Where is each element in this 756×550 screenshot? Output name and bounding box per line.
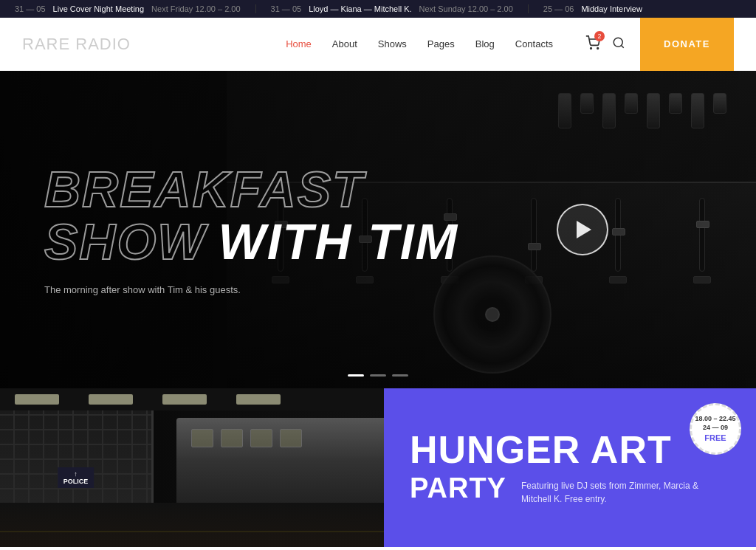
bottom-section: ↑ POLICE 18.00 – 22.45	[0, 388, 756, 547]
dot-2[interactable]	[370, 374, 386, 377]
svg-point-1	[597, 47, 599, 49]
svg-point-2	[614, 38, 622, 47]
event-free-label: FREE	[704, 433, 726, 443]
event-time-badge: 18.00 – 22.45 24 — 09 FREE	[690, 403, 741, 455]
hero-title-with-tim: WITH TIM	[219, 214, 459, 269]
ticker-date-1: 31 — 05	[15, 4, 46, 13]
subway-train	[176, 418, 384, 503]
train-window-4	[280, 429, 302, 447]
police-sign: ↑ POLICE	[58, 467, 94, 488]
search-svg	[612, 36, 625, 49]
event-date: 24 — 09	[703, 424, 728, 433]
logo-bold: RARE	[22, 35, 70, 53]
wall-right	[154, 410, 384, 503]
subway-light-1	[15, 394, 59, 405]
subway-light-4	[236, 394, 281, 405]
subway-lights	[0, 388, 384, 410]
ticker-date-2: 31 — 05	[271, 4, 302, 13]
cart-icon-wrap[interactable]: 2	[585, 35, 600, 53]
hero-title-show-outline: SHOW	[44, 216, 207, 267]
event-title-large: HUNGER ART	[410, 430, 734, 469]
event-title-medium: PARTY	[410, 473, 506, 504]
subway-ceiling	[0, 388, 384, 410]
event-card: 18.00 – 22.45 24 — 09 FREE HUNGER ART PA…	[384, 388, 756, 547]
subway-walls: ↑ POLICE	[0, 410, 384, 503]
train-windows	[191, 429, 302, 447]
nav-icons: 2	[585, 35, 625, 53]
hero-title-outline: BREAKFAST	[44, 164, 458, 214]
event-time: 18.00 – 22.45	[695, 415, 735, 424]
subway-image: ↑ POLICE	[0, 388, 384, 547]
subway-floor	[0, 503, 384, 547]
hero-title-line2: SHOW WITH TIM	[44, 214, 458, 269]
nav-contacts[interactable]: Contacts	[515, 38, 553, 49]
ticker-text-3: Midday Interview	[581, 4, 642, 13]
ticker-items: 31 — 05 Live Cover Night Meeting Next Fr…	[0, 4, 756, 13]
play-icon	[577, 221, 591, 238]
ticker-time-2: Next Sunday 12.00 – 2.00	[419, 4, 513, 13]
nav-blog[interactable]: Blog	[475, 38, 495, 49]
ticker-item-3: 25 — 06 Midday Interview	[529, 4, 756, 13]
train-window-2	[221, 429, 243, 447]
police-arrow: ↑	[63, 470, 89, 478]
floor-line	[0, 531, 384, 532]
ticker-text-1: Live Cover Night Meeting	[53, 4, 145, 13]
search-icon[interactable]	[612, 36, 625, 52]
hero-section: BREAKFAST SHOW WITH TIM The morning afte…	[0, 71, 756, 388]
event-description: Featuring live DJ sets from Zimmer, Marc…	[521, 479, 713, 506]
site-logo[interactable]: RARE RADIO	[22, 35, 131, 54]
ticker-time-1: Next Friday 12.00 – 2.00	[151, 4, 240, 13]
slider-dots	[348, 374, 408, 377]
cart-badge: 2	[594, 31, 605, 41]
dot-1[interactable]	[348, 374, 364, 377]
train-window-3	[250, 429, 272, 447]
nav-about[interactable]: About	[332, 38, 357, 49]
subway-light-2	[89, 394, 133, 405]
nav-pages[interactable]: Pages	[427, 38, 455, 49]
event-bottom-row: PARTY Featuring live DJ sets from Zimmer…	[410, 472, 734, 506]
donate-button[interactable]: DONATE	[640, 18, 734, 71]
dot-3[interactable]	[392, 374, 408, 377]
logo-light: RADIO	[75, 35, 131, 53]
hero-content: BREAKFAST SHOW WITH TIM The morning afte…	[44, 164, 458, 295]
ticker-date-3: 25 — 06	[543, 4, 574, 13]
ticker-item-2: 31 — 05 Lloyd — Kiana — Mitchell K. Next…	[256, 4, 529, 13]
nav-home[interactable]: Home	[286, 38, 312, 49]
police-sign-text: POLICE	[63, 478, 89, 485]
ticker-item-1: 31 — 05 Live Cover Night Meeting Next Fr…	[0, 4, 256, 13]
train-window-1	[191, 429, 213, 447]
main-nav: Home About Shows Pages Blog Contacts 2	[286, 35, 625, 53]
svg-point-0	[591, 47, 592, 49]
wall-left: ↑ POLICE	[0, 410, 154, 503]
svg-line-3	[622, 45, 624, 47]
wall-tiles	[0, 410, 151, 503]
nav-shows[interactable]: Shows	[378, 38, 407, 49]
play-button[interactable]	[557, 204, 608, 255]
ticker-text-2: Lloyd — Kiana — Mitchell K.	[309, 4, 411, 13]
site-header: RARE RADIO Home About Shows Pages Blog C…	[0, 18, 756, 71]
hero-subtitle: The morning after show with Tim & his gu…	[44, 284, 251, 295]
subway-light-3	[162, 394, 207, 405]
ticker-bar: 31 — 05 Live Cover Night Meeting Next Fr…	[0, 0, 756, 18]
